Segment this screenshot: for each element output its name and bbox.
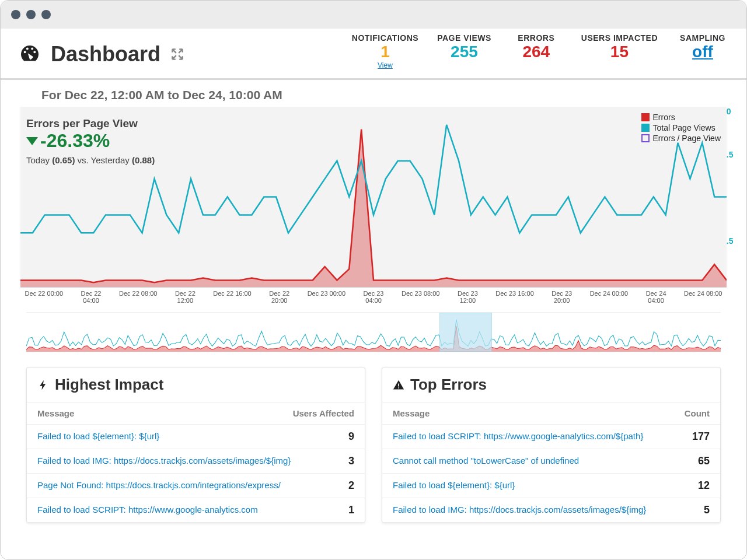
row-value: 12: [684, 480, 710, 492]
minimap-selection[interactable]: [439, 313, 492, 352]
stat-users-impacted: USERS IMPACTED 15: [581, 33, 658, 61]
legend-item[interactable]: Total Page Views: [641, 123, 721, 132]
stat-value: 264: [510, 43, 563, 61]
chart-area[interactable]: 806040200 107.552.50 Errors per Page Vie…: [20, 107, 727, 304]
header: Dashboard NOTIFICATIONS 1 ViewPAGE VIEWS…: [1, 29, 746, 80]
window-dot[interactable]: [41, 10, 51, 19]
stat-sampling: SAMPLING off: [676, 33, 729, 61]
expand-icon[interactable]: [170, 47, 185, 62]
stat-value[interactable]: off: [676, 43, 729, 61]
stat-errors: ERRORS 264: [510, 33, 563, 61]
window-titlebar: [1, 1, 746, 29]
panel-title: Highest Impact: [27, 368, 365, 402]
minimap[interactable]: [26, 312, 721, 352]
row-value: 5: [684, 504, 710, 516]
page-title: Dashboard: [51, 42, 160, 66]
table-row: Cannot call method "toLowerCase" of unde…: [382, 449, 720, 474]
warning-icon: [393, 377, 404, 393]
error-link[interactable]: Failed to load SCRIPT: https://www.googl…: [37, 504, 258, 516]
date-range: For Dec 22, 12:00 AM to Dec 24, 10:00 AM: [41, 88, 741, 102]
error-link[interactable]: Page Not Found: https://docs.trackjs.com…: [37, 480, 281, 491]
epv-compare: Today (0.65) vs. Yesterday (0.88): [26, 155, 155, 165]
stat-label: NOTIFICATIONS: [352, 33, 418, 43]
error-link[interactable]: Failed to load IMG: https://docs.trackjs…: [393, 504, 646, 516]
triangle-down-icon: [26, 137, 38, 145]
stat-label: SAMPLING: [676, 33, 729, 43]
table-row: Failed to load ${element}: ${url} 12: [382, 474, 720, 498]
plot-background[interactable]: Errors per Page View -26.33% Today (0.65…: [20, 107, 727, 288]
legend-item[interactable]: Errors: [641, 113, 721, 122]
row-value: 9: [329, 430, 354, 443]
stat-value: 15: [581, 43, 658, 61]
stat-page-views: PAGE VIEWS 255: [437, 33, 491, 61]
table-row: Failed to load SCRIPT: https://www.googl…: [382, 425, 720, 449]
stat-value: 255: [437, 43, 491, 61]
legend-item[interactable]: Errors / Page View: [641, 134, 721, 143]
row-value: 65: [684, 455, 710, 467]
row-value: 3: [329, 455, 354, 467]
x-axis: Dec 22 00:00Dec 22 04:00Dec 22 08:00Dec …: [20, 290, 727, 304]
lightning-icon: [37, 377, 49, 393]
epv-change: -26.33%: [26, 130, 155, 152]
error-link[interactable]: Failed to load ${element}: ${url}: [37, 430, 159, 442]
row-value: 177: [684, 430, 710, 443]
error-link[interactable]: Failed to load ${element}: ${url}: [393, 480, 515, 491]
epv-title: Errors per Page View: [26, 117, 155, 130]
stat-label: USERS IMPACTED: [581, 33, 658, 43]
row-value: 1: [329, 504, 354, 516]
highest-impact-panel: Highest Impact MessageUsers Affected Fai…: [26, 367, 365, 523]
table-row: Failed to load IMG: https://docs.trackjs…: [27, 449, 365, 474]
stat-label: PAGE VIEWS: [437, 33, 491, 43]
stat-label: ERRORS: [510, 33, 563, 43]
chart-legend[interactable]: ErrorsTotal Page ViewsErrors / Page View: [641, 111, 721, 144]
panel-title: Top Errors: [382, 368, 720, 402]
table-row: Page Not Found: https://docs.trackjs.com…: [27, 474, 365, 498]
header-stats: NOTIFICATIONS 1 ViewPAGE VIEWS 255 ERROR…: [352, 33, 729, 75]
dashboard-icon: [18, 43, 41, 66]
stat-view-link[interactable]: View: [352, 61, 418, 69]
row-value: 2: [329, 480, 354, 492]
epv-summary: Errors per Page View -26.33% Today (0.65…: [26, 117, 155, 165]
table-row: Failed to load IMG: https://docs.trackjs…: [382, 498, 720, 523]
error-link[interactable]: Failed to load IMG: https://docs.trackjs…: [37, 455, 291, 467]
table-row: Failed to load ${element}: ${url} 9: [27, 425, 365, 449]
error-link[interactable]: Cannot call method "toLowerCase" of unde…: [393, 455, 579, 467]
table-row: Failed to load SCRIPT: https://www.googl…: [27, 498, 365, 523]
table-head: MessageCount: [382, 402, 720, 425]
top-errors-panel: Top Errors MessageCount Failed to load S…: [382, 367, 721, 523]
stat-value[interactable]: 1: [352, 43, 418, 61]
window-dot[interactable]: [26, 10, 36, 19]
window-dot[interactable]: [11, 10, 20, 19]
table-head: MessageUsers Affected: [27, 402, 365, 425]
error-link[interactable]: Failed to load SCRIPT: https://www.googl…: [393, 430, 643, 442]
stat-notifications: NOTIFICATIONS 1 View: [352, 33, 418, 69]
